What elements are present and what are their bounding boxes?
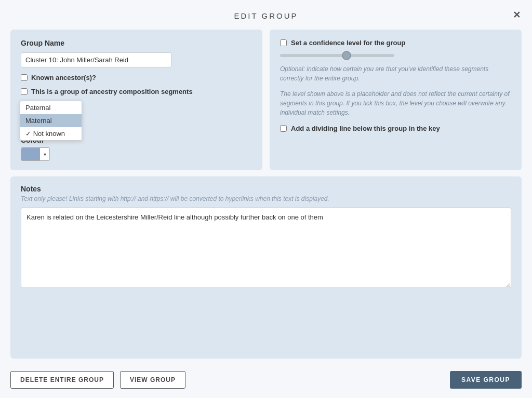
known-ancestors-checkbox[interactable] [21,74,28,81]
slider-thumb[interactable] [342,51,351,60]
ancestry-segments-label: This is a group of ancestry composition … [31,88,193,95]
optional-text: Optional: indicate how certain you are t… [280,64,511,83]
notes-textarea[interactable]: Karen is related on the Leicestershire M… [21,208,511,288]
modal: EDIT GROUP ✕ Group Name Known ancestor(s… [0,0,532,398]
dropdown-option-paternal[interactable]: Paternal [20,101,82,114]
confidence-checkbox[interactable] [280,39,287,46]
group-name-input[interactable] [21,52,171,67]
placeholder-text: The level shown above is a placeholder a… [280,89,511,117]
notes-hint: Text only please! Links starting with ht… [21,195,511,202]
close-button[interactable]: ✕ [513,9,521,21]
colour-dropdown-arrow: ▾ [40,152,49,157]
slider-wrapper [280,54,511,57]
delete-group-button[interactable]: DELETE ENTIRE GROUP [10,371,114,389]
dividing-line-label: Add a dividing line below this group in … [291,125,440,132]
dropdown-option-not-known[interactable]: Not known [20,127,82,140]
notes-panel: Notes Text only please! Links starting w… [10,176,522,359]
slider-track[interactable] [280,54,394,57]
colour-picker[interactable]: ▾ [21,147,50,161]
dividing-line-checkbox[interactable] [280,125,287,132]
save-group-button[interactable]: SAVE GROUP [450,371,522,389]
left-panel: Group Name Known ancestor(s)? This is a … [10,30,262,170]
ancestry-dropdown-menu: Paternal Maternal Not known [20,101,82,141]
colour-swatch [21,148,40,160]
group-name-label: Group Name [21,39,252,47]
dropdown-option-maternal[interactable]: Maternal [20,114,82,127]
modal-body: Group Name Known ancestor(s)? This is a … [0,30,532,364]
known-ancestors-label: Known ancestor(s)? [31,74,96,81]
dividing-line-row: Add a dividing line below this group in … [280,125,511,132]
confidence-row: Set a confidence level for the group [280,39,511,47]
known-ancestors-row: Known ancestor(s)? [21,74,252,81]
ancestry-segments-checkbox[interactable] [21,88,28,95]
modal-footer: DELETE ENTIRE GROUP VIEW GROUP SAVE GROU… [0,364,532,398]
right-panel: Set a confidence level for the group Opt… [270,30,522,170]
top-row: Group Name Known ancestor(s)? This is a … [10,30,522,170]
modal-title: EDIT GROUP [234,11,298,20]
confidence-label: Set a confidence level for the group [291,39,405,47]
modal-header: EDIT GROUP ✕ [0,0,532,30]
footer-left-buttons: DELETE ENTIRE GROUP VIEW GROUP [10,371,185,389]
view-group-button[interactable]: VIEW GROUP [120,371,185,389]
notes-title: Notes [21,185,511,193]
ancestry-segments-row: This is a group of ancestry composition … [21,88,252,95]
